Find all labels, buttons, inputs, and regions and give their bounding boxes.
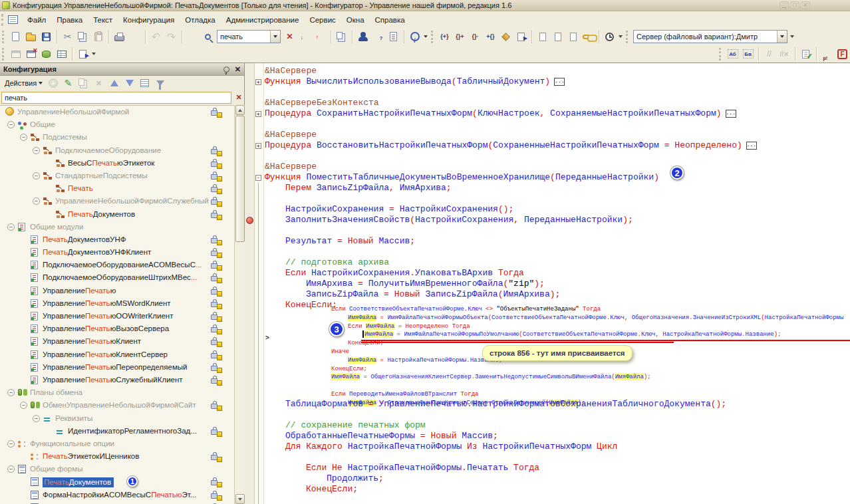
step-into-button[interactable]: [550, 29, 565, 44]
collapse-icon[interactable]: −: [33, 415, 40, 422]
tree-item[interactable]: ПодключаемоеОборудованиеШтрихМВес...: [0, 271, 234, 284]
collapse-icon[interactable]: −: [20, 402, 27, 409]
menu-item-конфигурация[interactable]: Конфигурация: [118, 14, 180, 26]
tree-item[interactable]: УправлениеПечатьюПереопределяемый: [0, 361, 234, 374]
dropdown-arrow-icon[interactable]: [789, 30, 795, 43]
close-button[interactable]: ✕: [801, 1, 810, 9]
tree-item[interactable]: −СтандартныеПодсистемы: [0, 170, 234, 182]
collapse-icon[interactable]: −: [7, 223, 15, 231]
menu-item-администрирование[interactable]: Администрирование: [221, 14, 305, 26]
tree-search-input[interactable]: печать: [1, 92, 231, 104]
editor-margin[interactable]: [245, 63, 255, 504]
window-settings-button[interactable]: [8, 47, 23, 61]
combo-arrow-icon[interactable]: [777, 31, 787, 43]
tree-item[interactable]: УправлениеПечатьюВызовСервера: [0, 322, 234, 335]
tree-search-clear-icon[interactable]: ✕: [234, 93, 243, 102]
fold-toggle-icon[interactable]: +: [255, 111, 261, 117]
menu-item-файл[interactable]: Файл: [22, 14, 51, 26]
breakpoint-button[interactable]: {+}: [437, 29, 452, 44]
fold-gutter[interactable]: [255, 63, 264, 504]
scroll-up-icon[interactable]: [235, 105, 245, 115]
tree-item[interactable]: ВесыСПечатьюЭтикеток: [0, 157, 234, 170]
collapse-icon[interactable]: −: [7, 389, 15, 396]
minimize-button[interactable]: ▁: [779, 1, 789, 9]
tree-item[interactable]: −Общие модули: [0, 221, 234, 233]
breakpoint-icon[interactable]: [246, 217, 253, 224]
redo-button[interactable]: ↷: [164, 29, 179, 44]
move-up-button[interactable]: [107, 77, 121, 90]
edit-button[interactable]: ✎: [61, 77, 75, 90]
search-combobox[interactable]: печать: [217, 30, 281, 43]
menu-item-отладка[interactable]: Отладка: [180, 14, 220, 26]
format-block-alt-button[interactable]: Бв: [740, 47, 756, 61]
dropdown-arrow-icon[interactable]: [90, 47, 97, 61]
syntax-check-button[interactable]: [355, 29, 370, 44]
scroll-down-icon[interactable]: [235, 494, 245, 504]
scrollbar-thumb[interactable]: [235, 116, 245, 242]
tree-item[interactable]: ФормаНастройкиШтрихМВесыСПечатью...: [0, 501, 234, 504]
code-editor[interactable]: > 2 3 строка 856 - тут имя присваивается…: [245, 63, 850, 504]
templates-button[interactable]: [386, 29, 401, 44]
info-button[interactable]: [407, 29, 422, 44]
menu-item-сервис[interactable]: Сервис: [304, 14, 341, 26]
collapsed-code-icon[interactable]: ...: [726, 110, 736, 118]
pin-icon[interactable]: [223, 66, 229, 72]
collapse-icon[interactable]: −: [33, 172, 40, 180]
format-document-button[interactable]: [835, 47, 850, 61]
collapse-icon[interactable]: −: [7, 465, 15, 473]
filter-button[interactable]: [153, 77, 167, 90]
dropdown-arrow-icon[interactable]: [422, 30, 429, 43]
tree-item[interactable]: −Функциональные опции: [0, 438, 234, 450]
collapse-icon[interactable]: −: [7, 121, 15, 128]
collapse-icon[interactable]: −: [33, 197, 40, 205]
debug-server-combobox[interactable]: Сервер (файловый вариант):Дмитр: [633, 30, 787, 43]
save-button[interactable]: [39, 29, 54, 44]
tree-item[interactable]: УправлениеПечатьюMSWordКлиент: [0, 297, 234, 310]
delete-button[interactable]: ✖: [92, 77, 106, 90]
tree-scrollbar[interactable]: [234, 105, 245, 504]
debug-start-button[interactable]: [513, 29, 529, 44]
collapse-icon[interactable]: −: [7, 440, 15, 447]
tree-item[interactable]: УправлениеПечатьюКлиентСервер: [0, 348, 234, 361]
collapsed-code-icon[interactable]: ...: [554, 78, 565, 86]
clear-search-button[interactable]: ✕: [282, 29, 297, 44]
call-stack-button[interactable]: [581, 29, 596, 44]
breakpoint-condition-button[interactable]: {}+: [452, 29, 468, 44]
step-out-button[interactable]: [565, 29, 581, 44]
tree-item[interactable]: ПечатьДокументовУНФ: [0, 233, 234, 246]
global-search-button[interactable]: [185, 29, 200, 44]
tree-item[interactable]: ПечатьДокументов1: [0, 475, 234, 488]
find-button[interactable]: [200, 29, 215, 44]
paste-button[interactable]: [90, 29, 106, 44]
menu-item-окна[interactable]: Окна: [341, 14, 370, 26]
collapse-icon[interactable]: −: [20, 134, 27, 141]
tree-item[interactable]: ПечатьЭтикетокИЦенников: [0, 450, 234, 463]
performance-button[interactable]: [602, 29, 617, 44]
tree-item[interactable]: УправлениеПечатьюКлиент: [0, 335, 234, 348]
collapse-icon[interactable]: −: [33, 147, 40, 154]
context-help-button[interactable]: [370, 29, 386, 44]
fold-toggle-icon[interactable]: +: [255, 143, 261, 149]
tree-item[interactable]: −Подсистемы: [0, 131, 234, 144]
tree-item[interactable]: УправлениеПечатьюOOWriterКлиент: [0, 310, 234, 322]
copy-button[interactable]: [75, 29, 90, 44]
breakpoints-list-button[interactable]: [498, 29, 513, 44]
collapsed-code-icon[interactable]: ...: [746, 142, 757, 150]
menu-item-справка[interactable]: Справка: [370, 14, 410, 26]
open-button[interactable]: [23, 29, 39, 44]
tree-item[interactable]: УправлениеНебольшойФирмой: [0, 106, 234, 118]
maximize-button[interactable]: □: [790, 1, 799, 9]
tree-item[interactable]: −Реквизиты: [0, 412, 234, 425]
sort-button[interactable]: [138, 77, 152, 90]
tree-item[interactable]: ИдентификаторРегламентногоЗад...: [0, 425, 234, 438]
undo-button[interactable]: ↶: [148, 29, 164, 44]
comment-button[interactable]: //: [762, 47, 777, 61]
tree-item[interactable]: ПечатьДокументов: [0, 208, 234, 221]
tree-item[interactable]: −ОбменУправлениеНебольшойФирмойСайт: [0, 399, 234, 412]
panel-close-icon[interactable]: ✕: [235, 66, 241, 73]
fold-toggle-icon[interactable]: +: [255, 79, 261, 85]
tree-item[interactable]: −УправлениеНебольшойФирмойСлужебный: [0, 195, 234, 207]
menu-item-текст[interactable]: Текст: [88, 14, 118, 26]
remove-breakpoints-button[interactable]: +{}: [483, 29, 498, 44]
actions-menu-button[interactable]: Действия: [3, 78, 45, 88]
